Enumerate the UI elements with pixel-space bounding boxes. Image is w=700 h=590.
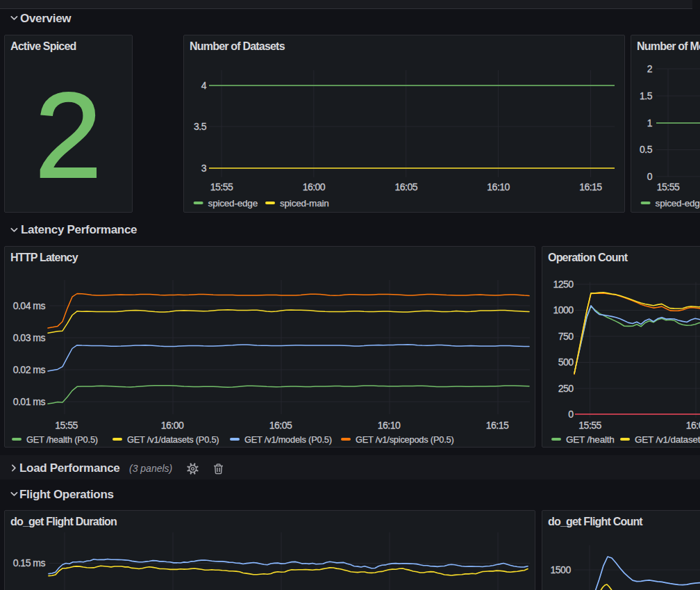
svg-text:16:05: 16:05: [269, 420, 292, 431]
svg-text:0.01 ms: 0.01 ms: [13, 396, 46, 407]
svg-text:16:00: 16:00: [303, 181, 326, 192]
svg-text:GET /v1/datasets (P0.5): GET /v1/datasets (P0.5): [127, 434, 219, 445]
svg-text:2: 2: [647, 63, 653, 74]
svg-text:1500: 1500: [551, 564, 572, 575]
svg-text:4: 4: [201, 80, 207, 91]
svg-text:0.03 ms: 0.03 ms: [13, 332, 46, 343]
svg-text:1.5: 1.5: [640, 90, 653, 101]
svg-text:spiced-edge: spiced-edge: [656, 198, 700, 208]
svg-text:750: 750: [558, 331, 574, 342]
svg-text:1000: 1000: [553, 304, 574, 316]
svg-text:15:55: 15:55: [55, 420, 78, 431]
svg-text:GET /v1/datasets: GET /v1/datasets: [635, 434, 700, 445]
svg-text:0.15 ms: 0.15 ms: [13, 557, 46, 568]
svg-text:16:15: 16:15: [486, 420, 509, 431]
svg-text:3: 3: [201, 163, 207, 174]
svg-text:16:00: 16:00: [161, 420, 184, 431]
svg-text:GET /health: GET /health: [566, 434, 615, 445]
svg-text:16:10: 16:10: [487, 181, 510, 192]
svg-text:1: 1: [647, 117, 653, 129]
svg-text:1250: 1250: [553, 279, 574, 290]
svg-text:16:15: 16:15: [579, 181, 602, 192]
svg-text:3.5: 3.5: [194, 121, 207, 132]
svg-text:GET /v1/models (P0.5): GET /v1/models (P0.5): [244, 434, 332, 445]
svg-text:15:55: 15:55: [210, 181, 233, 192]
svg-text:0.02 ms: 0.02 ms: [13, 364, 46, 375]
svg-text:GET /v1/spicepods (P0.5): GET /v1/spicepods (P0.5): [356, 434, 453, 445]
svg-text:16:05: 16:05: [394, 181, 417, 192]
svg-text:500: 500: [558, 357, 574, 368]
svg-text:0: 0: [647, 171, 653, 182]
svg-text:spiced-main: spiced-main: [280, 198, 329, 208]
svg-text:15:55: 15:55: [578, 420, 601, 431]
svg-text:0: 0: [568, 409, 574, 420]
svg-text:GET /health (P0.5): GET /health (P0.5): [26, 434, 98, 445]
svg-text:0.04 ms: 0.04 ms: [13, 300, 46, 311]
svg-text:16:00: 16:00: [686, 420, 700, 431]
svg-text:spiced-edge: spiced-edge: [208, 198, 258, 208]
svg-text:15:55: 15:55: [657, 181, 680, 192]
svg-text:250: 250: [558, 383, 574, 394]
svg-text:0.5: 0.5: [640, 144, 653, 155]
svg-text:16:10: 16:10: [378, 420, 401, 431]
